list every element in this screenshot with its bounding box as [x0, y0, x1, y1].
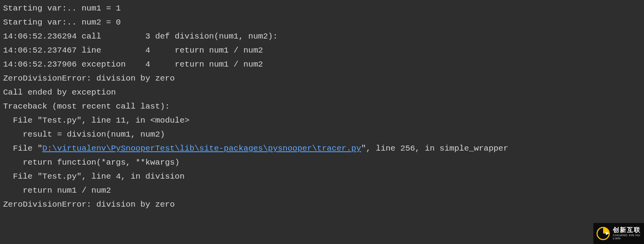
line-text: ZeroDivisionError: division by zero [3, 74, 175, 83]
line-text: 14:06:52.236294 call 3 def division(num1… [3, 32, 278, 41]
watermark: 创新互联 CHUANG XIN HU LIAN [593, 223, 644, 244]
line-indent [3, 158, 23, 167]
line-text: File "Test.py", line 11, in <module> [13, 116, 190, 125]
watermark-logo-icon [597, 227, 610, 240]
line-indent [3, 144, 13, 153]
line-text-after: ", line 256, in simple_wrapper [361, 144, 508, 153]
line-text: result = division(num1, num2) [23, 130, 165, 139]
terminal-line: File "D:\virtualenv\PySnooperTest\lib\si… [3, 142, 641, 156]
file-path-link[interactable]: D:\virtualenv\PySnooperTest\lib\site-pac… [42, 144, 361, 153]
line-text: Starting var:.. num2 = 0 [3, 18, 121, 27]
line-text: Call ended by exception [3, 88, 116, 97]
terminal-line: ZeroDivisionError: division by zero [3, 72, 641, 86]
line-text: return function(*args, **kwargs) [23, 158, 179, 167]
terminal-line: Starting var:.. num1 = 1 [3, 2, 641, 16]
terminal-line: ZeroDivisionError: division by zero [3, 198, 641, 212]
line-text: File "Test.py", line 4, in division [13, 172, 184, 181]
line-text: File " [13, 144, 42, 153]
terminal-output[interactable]: Starting var:.. num1 = 1Starting var:.. … [0, 0, 644, 244]
watermark-text: 创新互联 CHUANG XIN HU LIAN [613, 227, 641, 240]
terminal-line: return num1 / num2 [3, 184, 641, 198]
terminal-line: Starting var:.. num2 = 0 [3, 16, 641, 30]
line-text: return num1 / num2 [23, 186, 111, 195]
line-text: 14:06:52.237906 exception 4 return num1 … [3, 60, 263, 69]
terminal-line: Call ended by exception [3, 86, 641, 100]
terminal-line: return function(*args, **kwargs) [3, 156, 641, 170]
watermark-text-py: CHUANG XIN HU LIAN [613, 234, 641, 240]
line-indent [3, 130, 23, 139]
line-text: ZeroDivisionError: division by zero [3, 200, 175, 209]
line-text: Starting var:.. num1 = 1 [3, 4, 121, 13]
line-text: 14:06:52.237467 line 4 return num1 / num… [3, 46, 263, 55]
watermark-text-cn: 创新互联 [613, 227, 641, 233]
terminal-line: 14:06:52.237906 exception 4 return num1 … [3, 58, 641, 72]
terminal-line: 14:06:52.237467 line 4 return num1 / num… [3, 44, 641, 58]
terminal-line: File "Test.py", line 4, in division [3, 170, 641, 184]
terminal-line: result = division(num1, num2) [3, 128, 641, 142]
line-indent [3, 186, 23, 195]
line-text: Traceback (most recent call last): [3, 102, 170, 111]
terminal-line: 14:06:52.236294 call 3 def division(num1… [3, 30, 641, 44]
line-indent [3, 116, 13, 125]
line-indent [3, 172, 13, 181]
terminal-line: File "Test.py", line 11, in <module> [3, 114, 641, 128]
terminal-line: Traceback (most recent call last): [3, 100, 641, 114]
